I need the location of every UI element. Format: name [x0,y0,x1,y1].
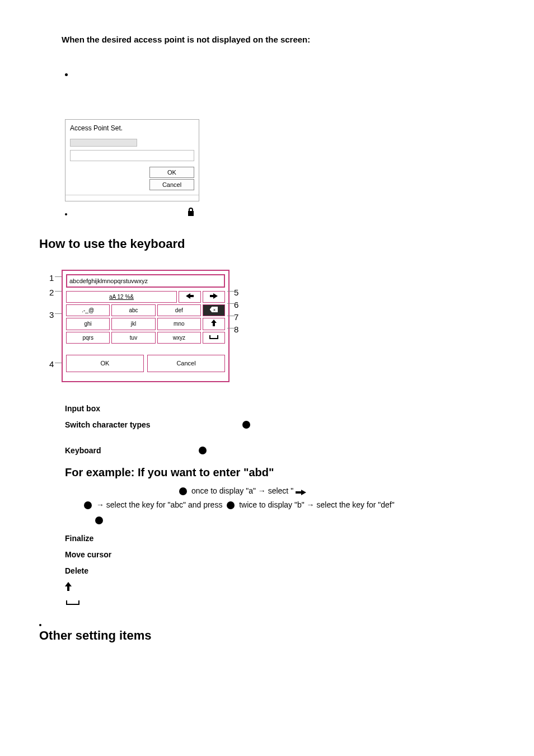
bullet-icon [65,213,67,215]
callout-1: 1 [49,272,54,285]
space-icon [39,595,495,609]
center-button-icon [84,501,92,509]
keyboard-frame: abcdefghijklmnopqrstuvwxyz aA 12 %& .-_@… [62,270,229,382]
arrow-left-icon [186,294,194,300]
key-symbols[interactable]: .-_@ [66,304,110,316]
center-button-icon [179,487,187,495]
flow-text-b: → select the key for "abc" and press [96,500,224,509]
arrow-right-icon [296,490,306,495]
keyboard-section-title: How to use the keyboard [39,234,495,253]
center-button-icon [242,421,250,429]
example-heading: For example: If you want to enter "abd" [65,464,495,481]
svg-marker-0 [186,293,194,299]
up-arrow-icon [211,321,217,327]
arrow-right-icon [210,294,218,300]
callout-4: 4 [49,358,54,371]
definitions: Input box Switch character types Keyboar… [65,403,495,577]
other-settings-bullet [39,619,495,626]
key-delete[interactable]: x [203,304,225,316]
delete-icon: x [210,307,218,313]
svg-marker-5 [65,582,72,591]
callout-7: 7 [234,311,238,324]
def-switch-chars: Switch character types [65,419,151,431]
callout-8: 8 [234,323,238,336]
dialog-input[interactable] [70,139,137,147]
lock-icon [187,206,195,221]
def-input-box: Input box [65,403,495,415]
keyboard-cancel-button[interactable]: Cancel [147,355,225,372]
flow-text-c: twice to display "b" → select the key fo… [239,500,394,509]
svg-text:x: x [213,307,216,312]
callout-2: 2 [49,287,54,299]
up-arrow-icon [65,580,495,595]
keyboard-text-field[interactable]: abcdefghijklmnopqrstuvwxyz [66,274,225,288]
key-tuv[interactable]: tuv [111,332,155,344]
key-cursor-left[interactable] [179,291,201,303]
flow-text-a: once to display "a" → select " [191,486,296,495]
example-flow: once to display "a" → select " → select … [65,484,495,528]
key-wxyz[interactable]: wxyz [157,332,201,344]
def-delete: Delete [65,565,495,577]
keyboard-ok-button[interactable]: OK [66,355,144,372]
svg-marker-1 [210,293,218,299]
key-mode[interactable]: aA 12 %& [66,291,177,303]
heading-access-point: When the desired access point is not dis… [62,34,495,46]
def-move-cursor: Move cursor [65,549,495,561]
keyboard-diagram: 1 2 3 4 abcdefghijklmnopqrstuvwxyz aA 12… [45,270,246,387]
key-ghi[interactable]: ghi [66,318,110,330]
key-pqrs[interactable]: pqrs [66,332,110,344]
key-abc[interactable]: abc [111,304,155,316]
key-jkl[interactable]: jkl [111,318,155,330]
access-point-dialog: Access Point Set. OK Cancel [65,119,199,201]
bullet-icon [65,73,68,76]
key-def[interactable]: def [157,304,201,316]
ok-button[interactable]: OK [149,167,194,178]
other-settings-title: Other setting items [39,626,495,645]
lock-row [65,206,495,221]
def-keyboard: Keyboard [65,445,101,457]
callout-3: 3 [49,309,54,322]
callout-6: 6 [234,299,238,312]
center-button-icon [199,447,207,454]
callout-5: 5 [234,287,238,299]
svg-marker-4 [211,320,217,326]
dialog-box[interactable] [70,150,194,161]
key-mno[interactable]: mno [157,318,201,330]
center-button-icon [227,501,235,509]
key-cursor-right[interactable] [203,291,225,303]
center-button-icon [95,516,103,524]
def-finalize: Finalize [65,533,495,544]
cancel-button[interactable]: Cancel [149,179,194,190]
bullet-blank-1 [65,69,495,102]
dialog-title: Access Point Set. [65,120,199,137]
space-icon [209,335,218,341]
key-space[interactable] [203,332,225,344]
key-shift[interactable] [203,318,225,330]
